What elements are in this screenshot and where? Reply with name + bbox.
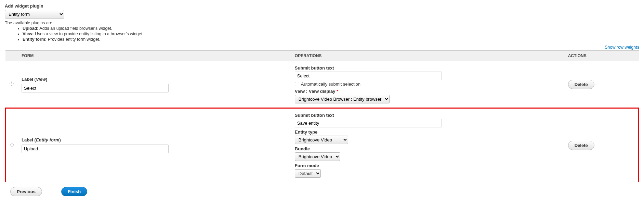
row-label: Label (Entity form) <box>22 137 288 142</box>
plugin-select[interactable]: Entity form <box>5 10 64 18</box>
row-label: Label (View) <box>22 77 288 82</box>
view-display-select[interactable]: Brightcove Video Browser : Entity browse… <box>295 95 390 103</box>
plugin-list: Upload: Adds an upload field browser's w… <box>23 26 639 42</box>
bundle-label: Bundle <box>295 146 561 151</box>
plugin-list-item: Entity form: Provides entity form widget… <box>23 37 639 42</box>
submit-button-text-label: Submit button text <box>295 65 561 71</box>
previous-button[interactable]: Previous <box>10 187 42 196</box>
drag-handle-icon[interactable] <box>9 142 15 148</box>
table-row: Label (View) Submit button text Automati… <box>5 61 639 108</box>
submit-button-text-input[interactable] <box>295 119 442 127</box>
add-widget-plugin-label: Add widget plugin <box>5 3 639 9</box>
auto-submit-checkbox[interactable] <box>295 82 299 86</box>
show-row-weights-link[interactable]: Show row weights <box>605 45 639 50</box>
entity-type-label: Entity type <box>295 129 561 135</box>
table-row: Label (Entity form) Submit button text E… <box>5 108 639 182</box>
drag-handle-icon[interactable] <box>9 82 14 87</box>
delete-button[interactable]: Delete <box>568 141 594 150</box>
plugin-list-item: Upload: Adds an upload field browser's w… <box>23 26 639 31</box>
form-mode-label: Form mode <box>295 163 561 168</box>
helper-text: The available plugins are: <box>5 21 639 25</box>
label-input[interactable] <box>22 84 169 92</box>
widget-table: FORM OPERATIONS ACTIONS Label (View) Sub… <box>5 50 639 182</box>
plugin-list-item: View: Uses a view to provide entity list… <box>23 32 639 36</box>
column-header-form: FORM <box>18 51 291 61</box>
bundle-select[interactable]: Brightcove Video <box>295 152 340 161</box>
label-input[interactable] <box>22 145 169 153</box>
auto-submit-label: Automatically submit selection <box>301 82 360 87</box>
view-display-label: View : View display * <box>295 89 561 94</box>
finish-button[interactable]: Finish <box>61 187 87 196</box>
submit-button-text-label: Submit button text <box>295 113 561 118</box>
form-mode-select[interactable]: Default <box>295 169 321 178</box>
column-header-actions: ACTIONS <box>565 51 639 61</box>
column-header-operations: OPERATIONS <box>291 51 565 61</box>
entity-type-select[interactable]: Brightcove Video <box>295 136 348 144</box>
submit-button-text-input[interactable] <box>295 72 442 80</box>
delete-button[interactable]: Delete <box>568 80 594 89</box>
